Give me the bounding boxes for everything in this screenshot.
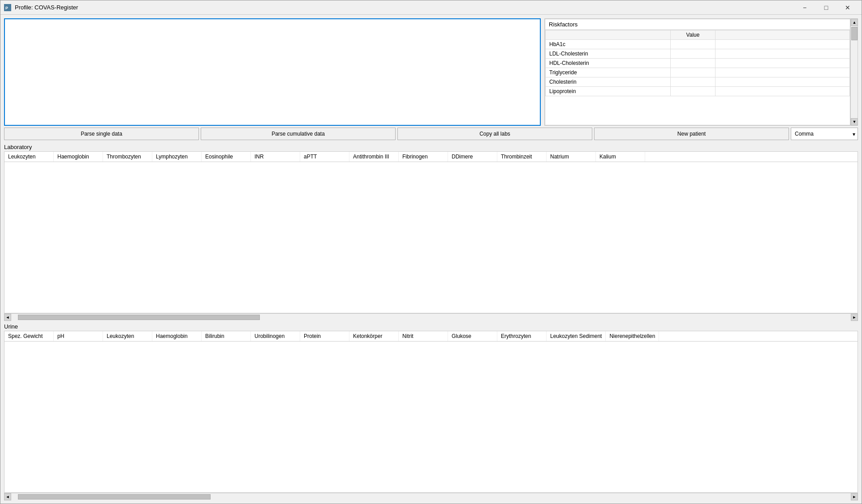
riskfactor-label: LDL-Cholesterin [546, 49, 671, 59]
lab-column-header: Thrombozyten [103, 152, 152, 162]
riskfactor-extra [715, 49, 850, 59]
riskfactor-row: HDL-Cholesterin [546, 59, 850, 68]
urine-scrollbar-x[interactable]: ◄ ► [4, 493, 858, 500]
top-section: Riskfactors Value Hb [4, 18, 858, 126]
urine-column-header: Glukose [448, 331, 497, 341]
comma-select[interactable]: Comma Semicolon Tab [791, 128, 858, 140]
parse-cumulative-button[interactable]: Parse cumulative data [201, 128, 396, 140]
window-controls: − □ ✕ [794, 1, 858, 14]
riskfactors-scrollbar[interactable]: ▲ ▼ [850, 19, 858, 125]
window-title: Profile: COVAS-Register [15, 4, 794, 11]
lab-scroll-left[interactable]: ◄ [4, 314, 11, 321]
new-patient-button[interactable]: New patient [594, 128, 789, 140]
riskfactor-value[interactable] [671, 49, 715, 59]
riskfactor-label: Triglyceride [546, 68, 671, 77]
riskfactor-extra [715, 59, 850, 68]
lab-column-header: aPTT [300, 152, 349, 162]
riskfactor-extra [715, 68, 850, 77]
urine-col-headers: Spez. GewichtpHLeukozytenHaemoglobinBili… [4, 331, 858, 342]
riskfactor-label: HbA1c [546, 40, 671, 49]
lab-column-header: Lymphozyten [152, 152, 202, 162]
data-input[interactable] [4, 18, 541, 126]
svg-text:P: P [5, 6, 8, 10]
copy-all-labs-button[interactable]: Copy all labs [397, 128, 592, 140]
urine-column-header: Nitrit [399, 331, 448, 341]
riskfactor-value[interactable] [671, 68, 715, 77]
riskfactor-row: LDL-Cholesterin [546, 49, 850, 59]
lab-column-header: Haemoglobin [54, 152, 103, 162]
lab-column-header: Leukozyten [4, 152, 54, 162]
lab-scroll-track [11, 314, 851, 321]
scroll-up-arrow[interactable]: ▲ [851, 19, 858, 26]
riskfactor-value[interactable] [671, 59, 715, 68]
toolbar: Parse single data Parse cumulative data … [4, 128, 858, 141]
riskfactors-title: Riskfactors [545, 19, 850, 30]
riskfactors-panel: Riskfactors Value Hb [545, 19, 850, 125]
riskfactor-extra [715, 77, 850, 87]
scroll-track [851, 26, 858, 118]
riskfactor-label: HDL-Cholesterin [546, 59, 671, 68]
lab-column-header: DDimere [448, 152, 497, 162]
urine-scroll-right[interactable]: ► [851, 493, 858, 500]
urine-column-header: Ketonkörper [349, 331, 399, 341]
urine-scroll-track [11, 493, 851, 500]
maximize-button[interactable]: □ [816, 1, 836, 14]
close-button[interactable]: ✕ [837, 1, 858, 14]
main-window: P Profile: COVAS-Register − □ ✕ Riskfact… [0, 0, 862, 504]
riskfactor-value[interactable] [671, 40, 715, 49]
scroll-down-arrow[interactable]: ▼ [851, 118, 858, 125]
urine-column-header: Spez. Gewicht [4, 331, 54, 341]
riskfactor-label: Lipoprotein [546, 87, 671, 96]
riskfactor-extra [715, 87, 850, 96]
lab-column-header: INR [251, 152, 300, 162]
main-content: Riskfactors Value Hb [0, 15, 862, 504]
scroll-thumb[interactable] [851, 27, 858, 40]
riskfactors-wrapper: Riskfactors Value Hb [544, 18, 858, 126]
urine-column-header: Protein [300, 331, 349, 341]
riskfactors-table: Value HbA1c LDL-Cholesterin HDL-Choleste… [545, 30, 850, 125]
lab-scroll-thumb[interactable] [18, 315, 260, 320]
riskfactors-col-extra [715, 30, 850, 40]
riskfactor-value[interactable] [671, 77, 715, 87]
lab-scrollbar-x[interactable]: ◄ ► [4, 313, 858, 320]
riskfactor-label: Cholesterin [546, 77, 671, 87]
urine-column-header: Urobilinogen [251, 331, 300, 341]
urine-body[interactable] [4, 342, 858, 492]
app-icon: P [4, 4, 11, 11]
lab-column-header: Fibrinogen [399, 152, 448, 162]
lab-body[interactable] [4, 162, 858, 313]
title-bar: P Profile: COVAS-Register − □ ✕ [0, 0, 862, 15]
riskfactor-row: Cholesterin [546, 77, 850, 87]
lab-column-header: Kalium [596, 152, 645, 162]
minimize-button[interactable]: − [794, 1, 815, 14]
urine-column-header: Erythrozyten [497, 331, 547, 341]
riskfactor-row: Lipoprotein [546, 87, 850, 96]
lab-column-header: Natrium [547, 152, 596, 162]
urine-column-header: Leukozyten Sediment [547, 331, 606, 341]
riskfactor-row: HbA1c [546, 40, 850, 49]
urine-column-header: Leukozyten [103, 331, 152, 341]
lab-panel-container: LeukozytenHaemoglobinThrombozytenLymphoz… [4, 151, 858, 313]
lab-scroll-right[interactable]: ► [851, 314, 858, 321]
riskfactors-col-value: Value [671, 30, 715, 40]
lab-panel: Laboratory LeukozytenHaemoglobinThromboz… [4, 143, 858, 320]
urine-column-header: pH [54, 331, 103, 341]
urine-column-header: Haemoglobin [152, 331, 202, 341]
urine-section-label: Urine [4, 322, 858, 331]
riskfactor-value[interactable] [671, 87, 715, 96]
lab-column-header: Antithrombin III [349, 152, 399, 162]
lab-col-headers: LeukozytenHaemoglobinThrombozytenLymphoz… [4, 152, 858, 162]
lab-section-label: Laboratory [4, 143, 858, 151]
parse-single-button[interactable]: Parse single data [4, 128, 199, 140]
urine-column-header: Nierenepithelzellen [606, 331, 659, 341]
riskfactors-col-label [546, 30, 671, 40]
urine-panel-container: Spez. GewichtpHLeukozytenHaemoglobinBili… [4, 331, 858, 493]
urine-column-header: Bilirubin [202, 331, 251, 341]
lab-column-header: Thrombinzeit [497, 152, 547, 162]
riskfactor-extra [715, 40, 850, 49]
urine-scroll-thumb[interactable] [18, 494, 211, 500]
urine-scroll-left[interactable]: ◄ [4, 493, 11, 500]
riskfactor-row: Triglyceride [546, 68, 850, 77]
urine-panel: Urine Spez. GewichtpHLeukozytenHaemoglob… [4, 322, 858, 500]
lab-column-header: Eosinophile [202, 152, 251, 162]
